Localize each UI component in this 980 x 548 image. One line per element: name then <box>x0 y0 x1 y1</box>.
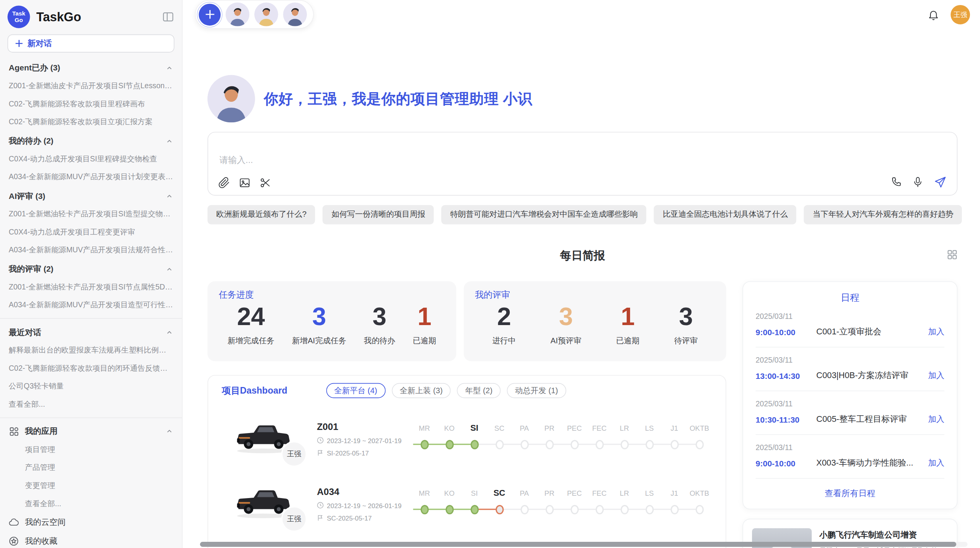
milestone-dot[interactable] <box>620 505 629 514</box>
dashboard-filter-chip[interactable]: 全新平台 (4) <box>326 383 385 398</box>
agent-avatar[interactable] <box>226 2 249 26</box>
event-join-link[interactable]: 加入 <box>928 414 944 425</box>
milestone-timeline: MRKOSISCPAPRPECFECLRLSJ1OKTB <box>412 422 716 462</box>
stat-value: 1 <box>616 302 640 331</box>
milestone-dot[interactable] <box>695 440 703 449</box>
sidebar-task-item[interactable]: A034-全新新能源MUV产品开发项目法规符合性评审 <box>0 241 182 259</box>
suggestion-chip[interactable]: 如何写一份清晰的项目周报 <box>323 205 434 224</box>
sidebar-link[interactable]: 我的收藏 <box>0 532 182 548</box>
agent-avatar[interactable] <box>254 2 278 26</box>
stat: 3AI预评审 <box>550 302 581 346</box>
milestone-label: SC <box>487 422 512 434</box>
milestone: OKTB <box>687 422 712 449</box>
sidebar-item-my-apps[interactable]: 我的应用 <box>0 422 182 440</box>
milestone-dot[interactable] <box>495 440 504 449</box>
sidebar-section-header[interactable]: 我的待办 (2) <box>0 131 182 150</box>
sidebar-task-item[interactable]: Z001-全新燃油皮卡产品开发项目SI节点Lesson Learn报告 <box>0 77 182 95</box>
milestone-dot[interactable] <box>445 505 454 514</box>
sidebar-task-item[interactable]: A034-全新新能源MUV产品开发项目造型可行性评审 <box>0 296 182 314</box>
project-dashboard-card: 项目Dashboard 全新平台 (4)全新上装 (3)年型 (2)动总开发 (… <box>207 375 726 548</box>
layout-grid-icon[interactable] <box>947 249 957 260</box>
recent-chat-item[interactable]: 解释最新出台的欧盟报废车法规再生塑料比例被调至15%... <box>0 341 182 360</box>
recent-chat-item[interactable]: 查看全部... <box>0 396 182 414</box>
milestone-dot[interactable] <box>420 505 428 514</box>
milestone-dot[interactable] <box>620 440 629 449</box>
sidebar-link[interactable]: 我的云空间 <box>0 513 182 532</box>
milestone-dot[interactable] <box>420 440 428 449</box>
new-chat-button[interactable]: 新对话 <box>7 34 174 53</box>
send-icon[interactable] <box>934 176 947 189</box>
milestone-dot[interactable] <box>520 505 528 514</box>
recent-chat-item[interactable]: C02-飞腾新能源轻客改款项目的闭环通告反馈情况 <box>0 360 182 378</box>
scrollbar-thumb[interactable] <box>200 542 956 547</box>
sidebar-section-header[interactable]: 最近对话 <box>0 322 182 341</box>
milestone-dot[interactable] <box>470 440 478 449</box>
milestone-dot[interactable] <box>445 440 454 449</box>
suggestion-chip[interactable]: 比亚迪全固态电池计划具体说了什么 <box>654 205 797 224</box>
microphone-icon[interactable] <box>912 176 924 188</box>
milestone-dot[interactable] <box>595 505 603 514</box>
dashboard-filter-chip[interactable]: 年型 (2) <box>457 383 501 398</box>
event-join-link[interactable]: 加入 <box>928 457 944 469</box>
image-icon[interactable] <box>239 177 251 189</box>
milestone-dot[interactable] <box>595 440 603 449</box>
phone-icon[interactable] <box>890 176 902 188</box>
milestone-dot[interactable] <box>545 440 553 449</box>
milestone-dot[interactable] <box>645 440 653 449</box>
chevron-up-icon[interactable] <box>166 329 173 336</box>
dashboard-filter-chip[interactable]: 动总开发 (1) <box>507 383 566 398</box>
suggestion-chip[interactable]: 特朗普可能对进口汽车增税会对中国车企造成哪些影响 <box>442 205 647 224</box>
milestone-dot[interactable] <box>670 440 678 449</box>
event-row: 10:30-11:30C005-整车工程目标评审加入 <box>756 414 944 425</box>
recent-chat-item[interactable]: 公司Q3轻卡销量 <box>0 377 182 396</box>
suggestion-chip[interactable]: 当下年轻人对汽车外观有怎样的喜好趋势 <box>804 205 962 224</box>
sidebar-task-item[interactable]: C0X4-动力总成开发项目工程变更评审 <box>0 223 182 241</box>
view-all-schedule-link[interactable]: 查看所有日程 <box>756 479 944 505</box>
event-join-link[interactable]: 加入 <box>928 370 944 381</box>
chevron-up-icon[interactable] <box>166 265 173 273</box>
sidebar-task-item[interactable]: C02-飞腾新能源轻客改款项目里程碑画布 <box>0 95 182 113</box>
milestone-dot[interactable] <box>495 505 504 514</box>
milestone-dot[interactable] <box>670 505 678 514</box>
chevron-up-icon[interactable] <box>166 192 173 200</box>
sidebar-task-item[interactable]: C0X4-动力总成开发项目SI里程碑提交物检查 <box>0 150 182 168</box>
milestone-dot[interactable] <box>470 505 478 514</box>
stat-value: 24 <box>228 302 274 331</box>
event-join-link[interactable]: 加入 <box>928 326 944 337</box>
app-sub-item[interactable]: 项目管理 <box>0 440 182 459</box>
scissors-icon[interactable] <box>259 177 271 189</box>
sidebar-task-item[interactable]: A034-全新新能源MUV产品开发项目计划变更表编写 <box>0 168 182 186</box>
suggestion-chip[interactable]: 欧洲新规最近颁布了什么? <box>207 205 315 224</box>
cloud-icon <box>9 518 19 527</box>
chat-input[interactable] <box>219 155 782 165</box>
milestone-dot[interactable] <box>571 440 579 449</box>
chevron-up-icon[interactable] <box>166 64 173 72</box>
event-date: 2025/03/11 <box>756 399 944 408</box>
milestone-label: PR <box>537 487 562 499</box>
milestone-dot[interactable] <box>571 505 579 514</box>
milestone-dot[interactable] <box>520 440 528 449</box>
chevron-up-icon[interactable] <box>166 137 173 145</box>
chevron-up-icon[interactable] <box>166 428 173 435</box>
sidebar-section-header[interactable]: AI评审 (3) <box>0 186 182 205</box>
paperclip-icon[interactable] <box>218 177 230 189</box>
sidebar-task-item[interactable]: C02-飞腾新能源轻客改款项目立项汇报方案 <box>0 113 182 131</box>
sidebar-task-item[interactable]: Z001-全新燃油轻卡产品开发项目SI节点属性5D文件评审 <box>0 278 182 296</box>
milestone-dot[interactable] <box>545 505 553 514</box>
agent-avatar[interactable] <box>283 2 307 26</box>
app-sub-item[interactable]: 变更管理 <box>0 477 182 495</box>
sidebar-section-header[interactable]: Agent已办 (3) <box>0 58 182 77</box>
milestone-dot[interactable] <box>695 505 703 514</box>
milestone: SC <box>487 422 512 449</box>
sidebar-task-item[interactable]: Z001-全新燃油轻卡产品开发项目SI造型提交物评审 <box>0 205 182 223</box>
sidebar-collapse-icon[interactable] <box>162 10 174 23</box>
dashboard-filter-chip[interactable]: 全新上装 (3) <box>392 383 451 398</box>
app-sub-item[interactable]: 产品管理 <box>0 459 182 477</box>
app-sub-item[interactable]: 查看全部... <box>0 495 182 513</box>
notification-bell-icon[interactable] <box>927 9 939 21</box>
add-agent-button[interactable] <box>199 3 221 26</box>
user-avatar[interactable]: 王强 <box>951 5 970 24</box>
stat-value: 3 <box>674 302 698 331</box>
milestone-dot[interactable] <box>645 505 653 514</box>
sidebar-section-header[interactable]: 我的评审 (2) <box>0 259 182 278</box>
